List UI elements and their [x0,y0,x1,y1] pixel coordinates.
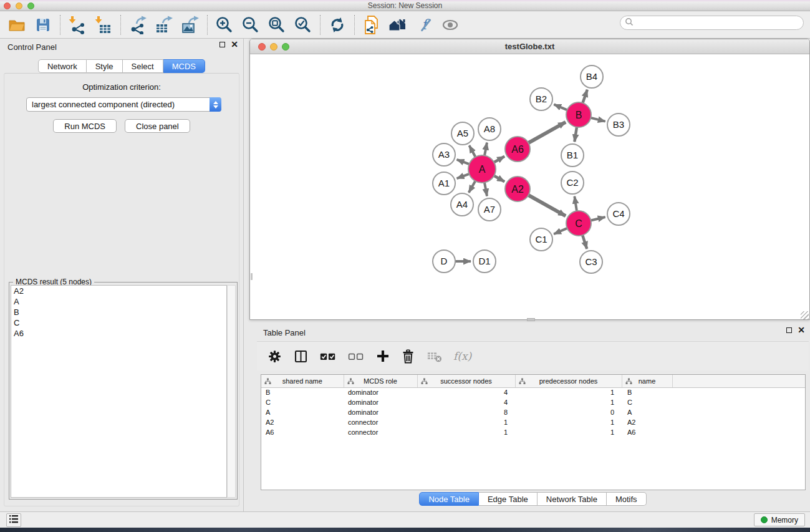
tab-motifs[interactable]: Motifs [607,492,647,506]
edge-A6-B[interactable] [528,122,566,143]
edge-B-B3[interactable] [591,118,605,122]
node-A3[interactable]: A3 [433,143,455,166]
home-browser-button[interactable] [387,14,408,36]
node-D1[interactable]: D1 [473,250,496,273]
node-B1[interactable]: B1 [561,144,584,167]
show-column-button[interactable] [293,349,309,364]
open-session-button[interactable] [6,14,27,36]
node-C4[interactable]: C4 [607,203,630,225]
edge-A2-C[interactable] [528,195,566,216]
task-history-button[interactable] [6,513,21,527]
add-row-button[interactable] [375,349,390,364]
export-image-button[interactable] [180,14,201,36]
edge-A-A7[interactable] [485,183,487,196]
table-row[interactable]: A2connector11A2 [261,417,805,427]
result-list-item[interactable]: A [11,296,226,307]
horizontal-scroll-thumb[interactable] [527,318,535,321]
export-network-button[interactable] [127,14,148,36]
float-panel-icon[interactable] [219,42,225,47]
zoom-in-button[interactable] [214,14,235,36]
edge-C-C2[interactable] [574,196,577,211]
tab-network-table[interactable]: Network Table [538,492,607,506]
network-window-titlebar[interactable]: testGlobe.txt [250,39,809,54]
window-resize-grip[interactable] [801,311,809,319]
save-session-button[interactable] [32,14,54,36]
node-A7[interactable]: A7 [478,198,501,221]
edge-C-C3[interactable] [582,235,587,249]
tab-edge-table[interactable]: Edge Table [479,492,538,506]
edge-C-C4[interactable] [591,217,605,220]
close-panel-button[interactable]: Close panel [125,119,190,133]
zoom-fit-button[interactable] [266,14,287,36]
table-row[interactable]: A6connector11A6 [261,427,805,437]
import-table-button[interactable] [93,14,114,36]
edge-C-C1[interactable] [554,228,567,234]
vertical-scroll-thumb[interactable] [251,273,253,280]
node-C2[interactable]: C2 [561,172,584,194]
memory-button[interactable]: Memory [754,513,805,526]
deselect-all-button[interactable] [347,349,365,364]
network-canvas[interactable]: B4B2BB3A5A8A6A3B1AA1C2A2A4A7C4CC1DD1C3 [251,55,809,319]
close-panel-icon[interactable]: ✕ [798,327,805,333]
delete-row-button[interactable] [401,349,415,364]
node-C3[interactable]: C3 [580,251,602,273]
zoom-out-button[interactable] [240,14,261,36]
select-all-button[interactable] [319,349,337,364]
table-row[interactable]: Bdominator41B [261,387,805,397]
node-A6[interactable]: A6 [505,137,530,162]
show-graphics-button[interactable] [440,14,461,36]
tab-select[interactable]: Select [123,59,163,73]
search-input[interactable] [636,17,803,29]
edge-B-B2[interactable] [554,104,567,110]
mcds-result-list[interactable]: A2ABCA6 [11,285,227,498]
edge-A-A1[interactable] [457,174,470,178]
refresh-view-button[interactable] [327,14,348,36]
node-B3[interactable]: B3 [607,114,630,136]
clone-network-button[interactable] [361,14,382,36]
node-A8[interactable]: A8 [478,118,501,140]
edge-A-A4[interactable] [469,181,475,193]
edge-A-A3[interactable] [457,160,470,164]
result-list-item[interactable]: A6 [11,328,226,339]
result-list-item[interactable]: C [11,317,226,328]
edge-A-A8[interactable] [485,143,487,156]
search-field[interactable] [620,16,804,30]
table-row[interactable]: Cdominator41C [261,397,805,407]
edge-A-A6[interactable] [494,157,504,162]
table-row[interactable]: Adominator80A [261,407,805,417]
column-header-name[interactable]: name [622,375,672,387]
edge-B-B4[interactable] [583,90,587,103]
column-header-MCDS-role[interactable]: MCDS role [344,375,417,387]
hide-function-button[interactable]: f [413,14,435,36]
close-panel-icon[interactable]: ✕ [231,42,238,47]
tab-network[interactable]: Network [38,59,87,73]
float-panel-icon[interactable] [786,327,792,333]
tab-mcds[interactable]: MCDS [163,59,205,73]
table-settings-button[interactable] [267,349,282,364]
export-table-button[interactable] [153,14,175,36]
node-B2[interactable]: B2 [530,88,552,110]
edge-B-B1[interactable] [574,127,577,142]
node-C[interactable]: C [566,211,591,236]
function-builder-button[interactable]: f(x) [453,350,471,362]
node-B4[interactable]: B4 [581,65,603,88]
run-mcds-button[interactable]: Run MCDS [53,119,117,133]
import-network-button[interactable] [67,14,88,36]
node-A4[interactable]: A4 [451,193,473,216]
edge-A-A5[interactable] [470,145,476,157]
zoom-selected-button[interactable] [292,14,314,36]
mcds-result-scrollbar[interactable] [227,285,236,498]
node-A5[interactable]: A5 [451,122,474,145]
tab-node-table[interactable]: Node Table [419,492,479,506]
node-B[interactable]: B [566,102,591,127]
column-header-shared-name[interactable]: shared name [261,375,344,387]
result-list-item[interactable]: A2 [11,286,226,296]
node-D[interactable]: D [433,250,455,273]
node-A1[interactable]: A1 [433,172,455,195]
column-header-predecessor-nodes[interactable]: predecessor nodes [515,375,622,387]
optimization-criterion-select[interactable]: largest connected component (directed) [26,97,221,112]
result-list-item[interactable]: B [11,307,226,317]
node-C1[interactable]: C1 [530,228,552,251]
node-A2[interactable]: A2 [505,177,530,201]
node-A[interactable]: A [468,155,496,183]
